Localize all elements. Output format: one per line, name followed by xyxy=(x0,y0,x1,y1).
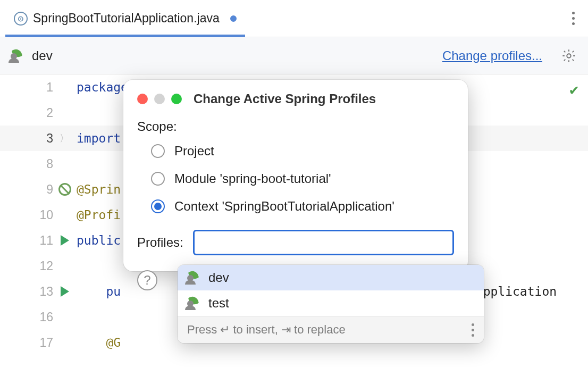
completion-item-test[interactable]: test xyxy=(178,290,484,316)
completion-menu-button[interactable] xyxy=(472,323,474,337)
code-token: import xyxy=(77,131,121,145)
line-number: 2 xyxy=(37,106,53,120)
line-number: 11 xyxy=(37,233,53,248)
class-icon: ⊙ xyxy=(14,12,28,26)
inspection-ok-icon[interactable]: ✔ xyxy=(569,81,578,98)
scope-label: Scope: xyxy=(137,119,454,134)
radio-icon xyxy=(151,144,165,158)
tab-bar: ⊙ SpringBootTutorialApplication.java xyxy=(0,0,588,37)
settings-button[interactable] xyxy=(560,47,577,64)
gear-icon xyxy=(561,48,576,63)
gutter: 1 2 3〉 8 9 10 11 12 13 16 17 xyxy=(0,74,74,367)
line-number: 12 xyxy=(37,259,53,273)
line-number: 10 xyxy=(37,208,53,222)
completion-label: dev xyxy=(208,270,229,285)
code-token: public xyxy=(77,233,121,247)
active-profile-name: dev xyxy=(32,48,53,63)
line-number: 3 xyxy=(37,131,53,146)
scope-project-radio[interactable]: Project xyxy=(151,144,454,159)
scope-context-radio[interactable]: Context 'SpringBootTutorialApplication' xyxy=(151,199,454,214)
line-number: 8 xyxy=(37,157,53,171)
spring-profile-bar: dev Change profiles... xyxy=(0,37,588,74)
profiles-label: Profiles: xyxy=(137,235,183,250)
dialog-title: Change Active Spring Profiles xyxy=(194,91,376,106)
profiles-input[interactable] xyxy=(193,230,454,255)
completion-label: test xyxy=(208,296,229,311)
completion-popup: dev test Press ↵ to insert, ⇥ to replace xyxy=(178,265,484,343)
change-profiles-dialog: Change Active Spring Profiles Scope: Pro… xyxy=(123,80,468,271)
file-tab[interactable]: ⊙ SpringBootTutorialApplication.java xyxy=(5,0,245,37)
line-number: 9 xyxy=(37,182,53,197)
line-number: 1 xyxy=(37,80,53,95)
code-token: pu xyxy=(77,285,121,298)
radio-label: Context 'SpringBootTutorialApplication' xyxy=(174,199,394,214)
code-token: package xyxy=(77,80,128,94)
line-number: 17 xyxy=(37,336,53,350)
suppress-icon[interactable] xyxy=(58,183,71,196)
spring-profile-icon xyxy=(187,271,201,285)
dialog-titlebar: Change Active Spring Profiles xyxy=(137,91,454,106)
radio-icon xyxy=(151,199,165,213)
spring-profile-icon xyxy=(187,296,201,310)
code-token: @G xyxy=(77,336,121,349)
zoom-icon[interactable] xyxy=(171,94,182,104)
radio-label: Project xyxy=(174,144,214,159)
run-icon[interactable] xyxy=(61,286,69,297)
scope-radio-group: Project Module 'spring-boot-tutorial' Co… xyxy=(137,144,454,214)
help-button[interactable]: ? xyxy=(137,270,157,290)
modified-indicator-icon xyxy=(230,15,237,22)
svg-point-0 xyxy=(567,54,570,57)
scope-module-radio[interactable]: Module 'spring-boot-tutorial' xyxy=(151,171,454,186)
code-token: @Sprin xyxy=(77,182,121,196)
minimize-icon[interactable] xyxy=(154,94,165,104)
close-icon[interactable] xyxy=(137,94,148,104)
radio-icon xyxy=(151,172,165,186)
completion-item-dev[interactable]: dev xyxy=(178,265,484,290)
radio-label: Module 'spring-boot-tutorial' xyxy=(174,171,331,186)
completion-hint-bar: Press ↵ to insert, ⇥ to replace xyxy=(178,316,484,343)
spring-profile-icon xyxy=(11,49,24,63)
completion-hint-text: Press ↵ to insert, ⇥ to replace xyxy=(187,323,346,337)
line-number: 16 xyxy=(37,310,53,324)
chevron-right-icon[interactable]: 〉 xyxy=(60,132,69,145)
code-token: @Profi xyxy=(77,208,121,222)
line-number: 13 xyxy=(37,285,53,299)
run-icon[interactable] xyxy=(61,235,69,246)
more-tabs-button[interactable] xyxy=(564,7,583,29)
change-profiles-link[interactable]: Change profiles... xyxy=(442,48,542,63)
tab-filename: SpringBootTutorialApplication.java xyxy=(33,11,220,26)
